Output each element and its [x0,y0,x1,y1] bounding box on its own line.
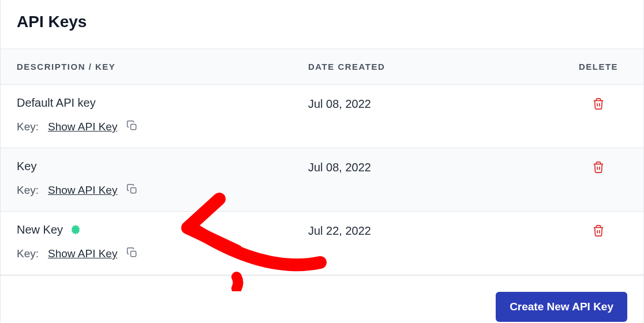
key-title: Key [17,160,308,173]
table-row: Default API key Key: Show API Key Jul 08… [1,85,643,148]
date-created: Jul 22, 2022 [308,223,570,261]
create-new-api-key-button[interactable]: Create New API Key [496,292,627,322]
copy-icon[interactable] [126,247,138,261]
date-created: Jul 08, 2022 [308,96,570,134]
trash-icon[interactable] [592,166,605,175]
table-row: New Key Key: Show API Key Jul 22, 2022 [1,212,643,275]
page-header: API Keys [1,0,643,49]
column-header-delete: DELETE [570,62,627,72]
svg-rect-2 [131,251,136,257]
show-api-key-link[interactable]: Show API Key [48,121,117,133]
footer: Create New API Key [1,275,643,323]
date-created: Jul 08, 2022 [308,160,570,197]
key-label: Key: [17,184,39,197]
table-row: Key Key: Show API Key Jul 08, 2022 [1,148,643,212]
svg-rect-1 [131,188,136,193]
column-header-date: DATE CREATED [308,62,570,72]
key-label: Key: [17,121,39,133]
copy-icon[interactable] [126,120,138,134]
show-api-key-link[interactable]: Show API Key [48,247,117,260]
table-header: DESCRIPTION / KEY DATE CREATED DELETE [1,49,643,85]
key-title: Default API key [17,96,308,110]
trash-icon[interactable] [592,229,605,239]
column-header-description: DESCRIPTION / KEY [17,62,308,72]
new-badge-icon [70,224,81,236]
show-api-key-link[interactable]: Show API Key [48,184,117,197]
trash-icon[interactable] [592,102,605,112]
svg-rect-0 [131,125,136,130]
key-label: Key: [17,247,39,260]
page-title: API Keys [17,13,627,31]
copy-icon[interactable] [126,183,138,197]
key-title: New Key [17,223,63,236]
